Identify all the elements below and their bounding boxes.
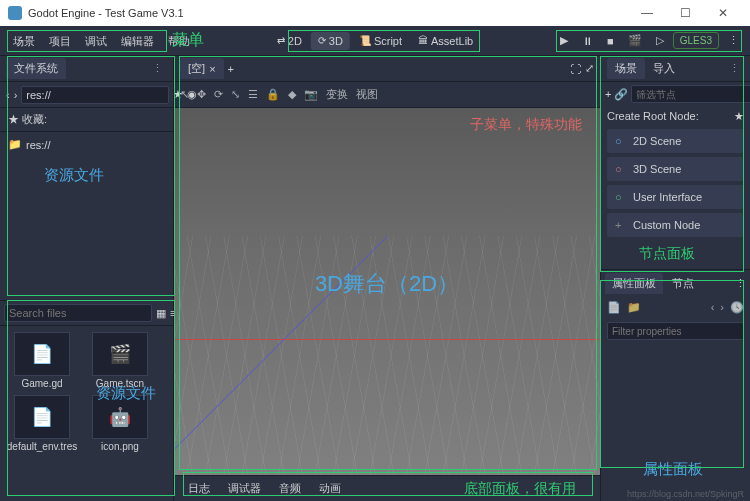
file-item[interactable]: 🎬Game.tscn bbox=[84, 332, 156, 389]
folder-icon[interactable]: 📁 bbox=[627, 301, 641, 314]
menu-project[interactable]: 项目 bbox=[42, 26, 78, 56]
group-icon[interactable]: ◆ bbox=[288, 88, 296, 101]
file-item[interactable]: 📄default_env.tres bbox=[6, 395, 78, 452]
path-input[interactable] bbox=[21, 86, 169, 104]
expand-icon[interactable]: ⤢ bbox=[585, 62, 594, 75]
link-icon[interactable]: 🔗 bbox=[614, 88, 628, 101]
3d-icon: ⟳ bbox=[318, 35, 326, 46]
file-icon[interactable]: 📄 bbox=[607, 301, 621, 314]
scale-icon[interactable]: ⤡ bbox=[231, 88, 240, 101]
workspace-assetlib[interactable]: 🏛AssetLib bbox=[411, 32, 480, 50]
annotation-bottom: 底部面板，很有用 bbox=[464, 480, 576, 498]
dock-kebab-icon[interactable]: ⋮ bbox=[725, 62, 744, 75]
add-node-icon[interactable]: + bbox=[605, 88, 611, 100]
menubar: 场景 项目 调试 编辑器 帮助 ⇄2D ⟳3D 📜Script 🏛AssetLi… bbox=[0, 26, 750, 56]
filter-nodes-input[interactable] bbox=[631, 85, 750, 103]
window-titlebar: Godot Engine - Test Game V3.1 — ☐ ✕ bbox=[0, 0, 750, 26]
forward-icon[interactable]: › bbox=[720, 301, 724, 313]
node-tab[interactable]: 节点 bbox=[665, 273, 701, 294]
create-root-header: Create Root Node:★ bbox=[601, 106, 750, 127]
script-icon: 📜 bbox=[359, 35, 371, 46]
inspector-tab[interactable]: 属性面板 bbox=[605, 273, 663, 294]
annotation-assets1: 资源文件 bbox=[44, 166, 104, 185]
dock-kebab-icon[interactable]: ⋮ bbox=[735, 277, 746, 290]
annotation-inspector: 属性面板 bbox=[643, 460, 703, 479]
close-button[interactable]: ✕ bbox=[704, 6, 742, 20]
favorites-label: ★ 收藏: bbox=[0, 108, 173, 132]
list-icon[interactable]: ☰ bbox=[248, 88, 258, 101]
assetlib-icon: 🏛 bbox=[418, 35, 428, 46]
watermark: https://blog.csdn.net/SpkingR bbox=[627, 489, 744, 499]
maximize-button[interactable]: ☐ bbox=[666, 6, 704, 20]
back-icon[interactable]: ‹ bbox=[711, 301, 715, 313]
menu-help[interactable]: 帮助 bbox=[161, 26, 197, 56]
grid-view-icon[interactable]: ▦ bbox=[156, 307, 166, 320]
forward-icon[interactable]: › bbox=[14, 89, 18, 101]
tree-root[interactable]: 📁 res:// bbox=[8, 136, 165, 153]
scene-tab-empty[interactable]: [空] × bbox=[180, 58, 224, 79]
godot-logo-icon bbox=[8, 6, 22, 20]
move-icon[interactable]: ✥ bbox=[197, 88, 206, 101]
history-icon[interactable]: 🕓 bbox=[730, 301, 744, 314]
menu-scene[interactable]: 场景 bbox=[6, 26, 42, 56]
workspace-2d[interactable]: ⇄2D bbox=[270, 32, 309, 50]
distraction-free-icon[interactable]: ⛶ bbox=[570, 63, 581, 75]
dock-kebab-icon[interactable]: ⋮ bbox=[148, 62, 167, 75]
scene-dock-tab[interactable]: 场景 bbox=[607, 58, 645, 79]
workspace-3d[interactable]: ⟳3D bbox=[311, 32, 350, 50]
create-3d-scene[interactable]: ○3D Scene bbox=[607, 157, 744, 181]
stop-button[interactable]: ■ bbox=[602, 32, 619, 50]
right-dock: 场景 导入 ⋮ + 🔗 🔍 Create Root Node:★ ○2D Sce… bbox=[600, 56, 750, 501]
bottom-tab-audio[interactable]: 音频 bbox=[271, 478, 309, 499]
back-icon[interactable]: ‹ bbox=[6, 89, 10, 101]
play-scene-button[interactable]: 🎬 bbox=[623, 31, 647, 50]
bottom-tab-anim[interactable]: 动画 bbox=[311, 478, 349, 499]
play-button[interactable]: ▶ bbox=[555, 31, 573, 50]
camera-icon[interactable]: 📷 bbox=[304, 88, 318, 101]
3d-viewport[interactable]: 子菜单，特殊功能 3D舞台（2D） bbox=[174, 108, 600, 475]
search-files-input[interactable] bbox=[4, 304, 152, 322]
menu-debug[interactable]: 调试 bbox=[78, 26, 114, 56]
viewport-toolbar: ↖ ✥ ⟳ ⤡ ☰ 🔒 ◆ 📷 变换 视图 bbox=[174, 82, 600, 108]
filter-properties-input[interactable] bbox=[607, 322, 744, 340]
menu-editor[interactable]: 编辑器 bbox=[114, 26, 161, 56]
bottom-tab-debugger[interactable]: 调试器 bbox=[220, 478, 269, 499]
view-menu[interactable]: 视图 bbox=[356, 87, 378, 102]
create-ui[interactable]: ○User Interface bbox=[607, 185, 744, 209]
menu-kebab-icon[interactable]: ⋮ bbox=[723, 31, 744, 50]
add-tab-icon[interactable]: + bbox=[228, 63, 234, 75]
bottom-panel: 日志 调试器 音频 动画 底部面板，很有用 bbox=[174, 475, 600, 501]
transform-menu[interactable]: 变换 bbox=[326, 87, 348, 102]
pause-button[interactable]: ⏸ bbox=[577, 32, 598, 50]
minimize-button[interactable]: — bbox=[628, 6, 666, 20]
import-dock-tab[interactable]: 导入 bbox=[645, 58, 683, 79]
create-custom-node[interactable]: +Custom Node bbox=[607, 213, 744, 237]
file-grid: 📄Game.gd 🎬Game.tscn 📄default_env.tres 🤖i… bbox=[0, 326, 173, 501]
file-item[interactable]: 📄Game.gd bbox=[6, 332, 78, 389]
2d-icon: ⇄ bbox=[277, 35, 285, 46]
cursor-icon[interactable]: ↖ bbox=[180, 88, 189, 101]
star-icon[interactable]: ★ bbox=[734, 110, 744, 123]
window-title: Godot Engine - Test Game V3.1 bbox=[28, 7, 628, 19]
filesystem-tab[interactable]: 文件系统 bbox=[6, 58, 66, 79]
annotation-submenu: 子菜单，特殊功能 bbox=[470, 116, 582, 134]
renderer-select[interactable]: GLES3 bbox=[673, 32, 719, 49]
workspace-script[interactable]: 📜Script bbox=[352, 32, 409, 50]
create-2d-scene[interactable]: ○2D Scene bbox=[607, 129, 744, 153]
file-item[interactable]: 🤖icon.png bbox=[84, 395, 156, 452]
lock-icon[interactable]: 🔒 bbox=[266, 88, 280, 101]
play-custom-button[interactable]: ▷ bbox=[651, 31, 669, 50]
rotate-icon[interactable]: ⟳ bbox=[214, 88, 223, 101]
center-dock: [空] × + ⛶ ⤢ ↖ ✥ ⟳ ⤡ ☰ 🔒 ◆ 📷 变换 视图 子菜单，特殊… bbox=[174, 56, 600, 501]
bottom-tab-output[interactable]: 日志 bbox=[180, 478, 218, 499]
close-tab-icon[interactable]: × bbox=[209, 63, 215, 75]
left-dock: 文件系统 ⋮ ‹ › ★ ◉ ★ 收藏: 📁 res:// 资源文件 ▦ ≡ 📄… bbox=[0, 56, 174, 501]
annotation-nodepanel: 节点面板 bbox=[639, 245, 695, 263]
